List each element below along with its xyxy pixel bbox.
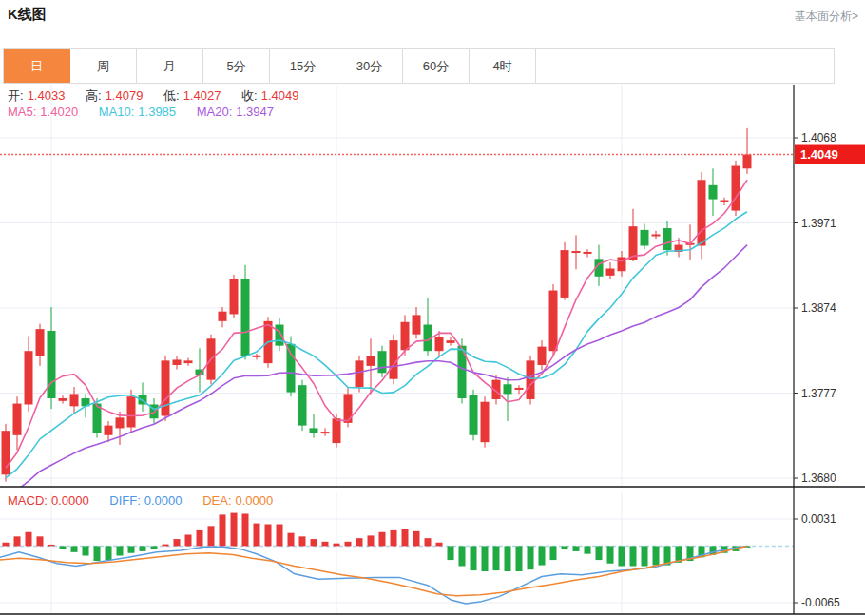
candle-body	[2, 431, 10, 474]
candle-body	[549, 291, 558, 352]
macd-bar	[619, 546, 625, 566]
candle-body	[310, 428, 318, 433]
macd-bar	[607, 546, 614, 563]
candle-body	[641, 230, 649, 246]
macd-bar	[402, 529, 409, 546]
candle-body	[561, 250, 569, 298]
ma20-line	[6, 245, 747, 497]
candle-body	[721, 201, 729, 202]
macd-bar	[345, 542, 352, 547]
macd-bar	[288, 533, 295, 547]
candle-body	[367, 356, 375, 366]
macd-bar	[562, 546, 568, 549]
macd-bar	[3, 543, 10, 547]
candle-body	[709, 185, 718, 200]
macd-bar	[299, 536, 306, 546]
macd-bar	[356, 538, 363, 546]
low-value: 1.4027	[183, 88, 221, 103]
macd-bar	[493, 546, 500, 570]
candle-body	[413, 315, 421, 334]
dea-label: DEA:	[202, 493, 231, 508]
candle-body	[287, 344, 296, 393]
macd-bar	[163, 545, 169, 547]
candle-body	[276, 325, 284, 346]
macd-bar	[322, 542, 329, 547]
ma5-label: MA5:	[8, 105, 36, 119]
candle-body	[70, 394, 79, 406]
macd-value: 0.0000	[51, 493, 89, 508]
macd-bar	[334, 544, 340, 547]
open-value: 1.4033	[28, 88, 66, 103]
macd-bar	[106, 546, 112, 560]
macd-bar	[151, 546, 158, 549]
diff-value: 0.0000	[144, 493, 183, 508]
candle-body	[584, 252, 592, 254]
candle-body	[732, 166, 740, 211]
macd-bar	[482, 546, 489, 571]
ma10-value: 1.3985	[138, 105, 176, 119]
macd-bar	[539, 546, 546, 565]
candle-body	[378, 351, 387, 373]
ma5-value: 1.4020	[40, 105, 78, 119]
macd-bar	[265, 525, 272, 547]
high-label: 高:	[86, 88, 102, 103]
macd-bar	[471, 546, 477, 570]
macd-bar	[185, 535, 192, 547]
macd-bar	[642, 546, 648, 566]
candle-body	[298, 385, 307, 425]
candle-body	[127, 396, 136, 427]
macd-bar	[425, 538, 432, 546]
close-label: 收:	[241, 88, 258, 103]
candle-body	[36, 329, 45, 356]
macd-legend: MACD:0.0000 DIFF:0.0000 DEA:0.0000	[8, 493, 277, 508]
candle-body	[401, 322, 410, 351]
macd-bar	[94, 546, 101, 561]
macd-bar	[140, 546, 146, 551]
candle-body	[606, 268, 615, 275]
candle-body	[25, 351, 33, 404]
macd-bar	[585, 546, 591, 553]
dea-value: 0.0000	[236, 493, 274, 508]
candle-body	[572, 251, 581, 253]
macd-bar	[596, 546, 603, 560]
candle-body	[515, 388, 524, 390]
macd-bar	[197, 530, 203, 547]
macd-bar	[242, 514, 249, 547]
macd-bar	[231, 513, 238, 547]
axis-tick-label: 1.3777	[801, 387, 836, 400]
candle-body	[504, 384, 512, 394]
candle-body	[13, 404, 22, 435]
macd-bar	[60, 546, 67, 549]
candle-body	[333, 418, 341, 443]
candle-body	[219, 312, 227, 321]
macd-bar	[528, 546, 534, 569]
axis-tick-label: 1.3874	[801, 301, 836, 315]
candle-body	[184, 360, 193, 363]
macd-bar	[26, 532, 32, 547]
macd-bar	[459, 546, 466, 566]
candle-body	[538, 347, 547, 365]
macd-bar	[391, 530, 397, 547]
macd-bar	[413, 531, 420, 547]
macd-bar	[128, 546, 135, 552]
macd-bar	[379, 532, 386, 547]
candle-body	[116, 417, 125, 428]
macd-bar	[83, 546, 89, 555]
candle-body	[162, 360, 170, 415]
candle-body	[253, 356, 261, 357]
candle-body	[698, 180, 706, 245]
current-price-tag-label: 1.4049	[800, 147, 838, 162]
ma20-label: MA20:	[197, 105, 233, 119]
axis-tick-label: 1.4068	[801, 131, 836, 144]
high-value: 1.4079	[106, 88, 144, 103]
macd-bar	[220, 514, 226, 546]
candle-body	[652, 234, 661, 236]
ma20-value: 1.3947	[236, 105, 274, 119]
macd-label: MACD:	[8, 493, 48, 508]
candle-body	[105, 426, 113, 435]
macd-bar	[71, 546, 78, 551]
low-label: 低:	[163, 88, 180, 103]
macd-bar	[653, 546, 660, 565]
macd-bar	[630, 546, 637, 566]
candle-body	[447, 340, 455, 343]
